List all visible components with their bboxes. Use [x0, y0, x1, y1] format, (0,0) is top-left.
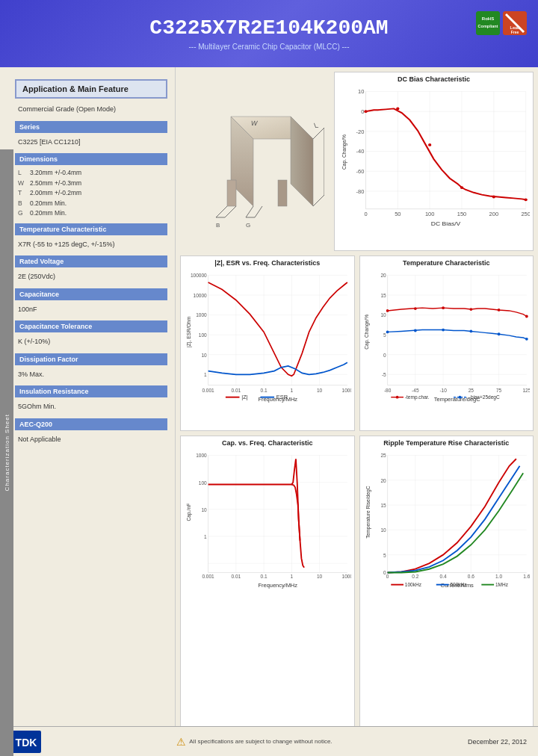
svg-line-22 [246, 206, 253, 217]
svg-text:25: 25 [468, 388, 474, 393]
cap-freq-title: Cap. vs. Freq. Characteristic [184, 439, 351, 447]
svg-text:-5: -5 [381, 372, 386, 377]
svg-point-119 [497, 309, 500, 312]
app-feature-content: Commercial Grade (Open Mode) [15, 103, 167, 117]
svg-text:150: 150 [457, 212, 467, 218]
left-panel: Application & Main Feature Commercial Gr… [0, 67, 176, 756]
cap-tolerance-header: Capacitance Tolerance [15, 320, 167, 332]
svg-text:0.4: 0.4 [439, 574, 446, 579]
svg-text:15: 15 [380, 503, 386, 508]
svg-text:Cap./nF: Cap./nF [186, 504, 192, 521]
svg-point-53 [364, 110, 367, 113]
svg-text:1000: 1000 [196, 453, 207, 458]
svg-text:-60: -60 [356, 169, 365, 175]
rated-voltage-value: 2E (250Vdc) [15, 270, 167, 284]
svg-text:0: 0 [386, 574, 389, 579]
svg-text:100kHz: 100kHz [404, 582, 421, 587]
svg-text:0.001: 0.001 [202, 388, 214, 393]
row-2: |Z|, ESR vs. Freq. Characteristics [180, 255, 534, 431]
svg-text:5: 5 [383, 552, 386, 557]
svg-text:-20: -20 [356, 129, 365, 135]
svg-text:20: 20 [380, 273, 386, 278]
svg-text:50: 50 [395, 212, 401, 218]
svg-point-54 [396, 107, 399, 110]
svg-line-19 [225, 206, 236, 217]
svg-point-131 [458, 396, 461, 399]
rohs-badge: RoHS Compliant [476, 11, 500, 35]
svg-text:200: 200 [489, 212, 499, 218]
app-feature-title: Application & Main Feature [22, 84, 160, 93]
capacitance-value: 100nF [15, 303, 167, 317]
svg-point-125 [497, 332, 500, 335]
svg-point-126 [525, 338, 528, 341]
svg-text:0.1: 0.1 [261, 574, 268, 579]
svg-text:500kHz: 500kHz [450, 582, 467, 587]
footer-date: December 22, 2012 [468, 738, 527, 746]
dimensions-table: L 3.20mm +/-0.4mm W 2.50mm +/-0.3mm T 2.… [15, 168, 167, 219]
svg-point-122 [413, 329, 416, 332]
dim-L: L 3.20mm +/-0.4mm [18, 168, 167, 179]
svg-point-128 [395, 396, 398, 399]
svg-text:1: 1 [291, 388, 294, 393]
svg-text:RoHS: RoHS [482, 16, 494, 21]
ripple-temp-title: Ripple Temperature Rise Characteristic [363, 439, 531, 447]
svg-text:0.6: 0.6 [467, 574, 474, 579]
svg-text:0: 0 [361, 109, 364, 115]
svg-text:10: 10 [201, 507, 207, 512]
capacitance-header: Capacitance [15, 288, 167, 300]
product-subtitle: --- Multilayer Ceramic Chip Capacitor (M… [149, 43, 388, 51]
temp-characteristic-chart: Temperature Characteristic [359, 255, 534, 431]
svg-line-18 [216, 206, 227, 217]
svg-text:0.1: 0.1 [261, 388, 268, 393]
svg-text:DC Bias/V: DC Bias/V [431, 220, 461, 226]
svg-text:--bias+25degC: --bias+25degC [467, 394, 499, 400]
svg-text:1.0: 1.0 [495, 574, 502, 579]
svg-text:75: 75 [495, 388, 501, 393]
svg-text:-temp.char.: -temp.char. [404, 394, 429, 400]
cap-tolerance-value: K (+/-10%) [15, 335, 167, 349]
svg-text:0.2: 0.2 [412, 574, 418, 579]
svg-text:-80: -80 [356, 189, 365, 195]
svg-point-58 [525, 198, 528, 201]
svg-point-123 [442, 329, 445, 332]
svg-text:L: L [312, 122, 319, 129]
svg-text:0: 0 [383, 353, 386, 358]
svg-point-115 [386, 309, 389, 312]
insulation-value: 5GOhm Min. [15, 400, 167, 414]
svg-text:10: 10 [380, 527, 386, 533]
product-title: C3225X7R2E104K200AM [149, 16, 388, 40]
svg-line-15 [313, 195, 324, 206]
lead-free-badge: Lead Free [503, 11, 527, 35]
svg-text:0.001: 0.001 [202, 574, 214, 579]
svg-text:0.01: 0.01 [231, 388, 241, 393]
svg-point-118 [469, 308, 472, 311]
svg-text:Temperature Rise/degC: Temperature Rise/degC [365, 486, 371, 538]
svg-rect-11 [278, 180, 287, 206]
dim-B: B 0.20mm Min. [18, 199, 167, 209]
svg-text:ESR: ESR [276, 394, 288, 400]
svg-text:-40: -40 [356, 149, 365, 155]
svg-point-116 [413, 307, 416, 310]
svg-text:TDK: TDK [16, 737, 37, 749]
series-value: C3225 [EIA CC1210] [15, 136, 167, 149]
svg-text:15: 15 [380, 293, 386, 298]
ripple-temp-chart: Ripple Temperature Rise Characteristic [359, 436, 534, 752]
component-image: W L T B G [180, 72, 330, 251]
dissipation-value: 3% Max. [15, 368, 167, 382]
svg-text:1000: 1000 [196, 312, 207, 317]
dim-W: W 2.50mm +/-0.3mm [18, 179, 167, 189]
svg-point-55 [428, 143, 431, 146]
svg-text:10000: 10000 [194, 293, 207, 298]
svg-text:0: 0 [364, 212, 367, 218]
svg-text:100: 100 [425, 212, 435, 218]
temp-char-header: Temperature Characteristic [15, 223, 167, 235]
svg-text:-80: -80 [383, 388, 391, 393]
svg-text:1.6: 1.6 [523, 574, 530, 579]
footer: TDK ⚠ All specifications are subject to … [0, 726, 538, 756]
svg-text:5: 5 [383, 332, 386, 338]
svg-text:25: 25 [380, 453, 386, 458]
svg-text:Frequency/MHz: Frequency/MHz [258, 582, 297, 589]
dim-T: T 2.00mm +/-0.2mm [18, 188, 167, 199]
svg-text:1000: 1000 [342, 574, 351, 579]
footer-notice: ⚠ All specifications are subject to chan… [176, 736, 332, 748]
